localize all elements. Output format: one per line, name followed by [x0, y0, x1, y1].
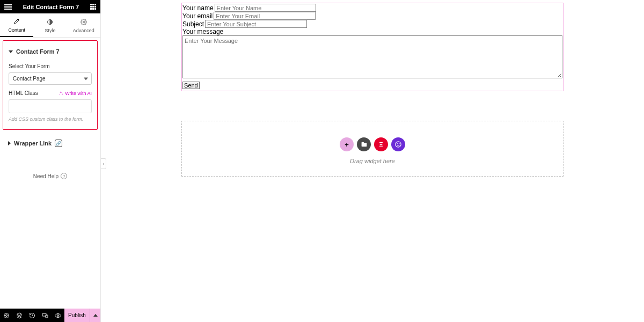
need-help-label: Need Help [33, 173, 58, 179]
preview-button[interactable] [52, 309, 64, 322]
devices-icon [42, 312, 48, 319]
cf7-widget[interactable]: Your name Your email Subject Your messag… [181, 3, 564, 91]
caret-right-icon [8, 141, 11, 145]
responsive-button[interactable] [39, 309, 52, 322]
folder-icon [361, 141, 368, 148]
need-help-link[interactable]: Need Help ? [3, 173, 98, 179]
tab-label: Advanced [73, 28, 94, 33]
message-label: Your message [182, 28, 224, 35]
gear-icon [80, 18, 87, 26]
svg-point-5 [57, 314, 59, 316]
contrast-icon [46, 18, 54, 26]
settings-button[interactable] [0, 309, 13, 322]
publish-label: Publish [68, 312, 86, 318]
email-label: Your email [182, 12, 214, 20]
chevron-up-icon [93, 314, 98, 317]
html-class-input[interactable] [9, 99, 92, 113]
svg-point-6 [396, 142, 401, 148]
publish-button[interactable]: Publish [64, 309, 90, 322]
help-icon: ? [61, 173, 67, 179]
html-class-helper: Add CSS custom class to the form. [9, 116, 92, 122]
plus-icon: + [345, 141, 349, 149]
navigator-button[interactable] [13, 309, 26, 322]
email-input[interactable] [214, 12, 316, 20]
pencil-icon [13, 18, 20, 25]
tab-style[interactable]: Style [33, 13, 67, 37]
section-toggle-cf7[interactable]: Contact Form 7 [9, 45, 92, 58]
add-widget-button[interactable]: + [340, 137, 354, 151]
svg-point-2 [6, 314, 8, 316]
message-textarea[interactable] [182, 35, 562, 78]
svg-point-1 [83, 21, 84, 23]
drop-zone[interactable]: + Ξ Drag widget here [181, 121, 564, 177]
widgets-icon[interactable] [90, 4, 96, 10]
select-form-value: Contact Page [13, 76, 46, 82]
menu-icon[interactable] [4, 4, 12, 10]
layers-icon [16, 312, 23, 319]
subject-label: Subject [182, 20, 205, 28]
sparkle-icon [58, 91, 63, 96]
drop-zone-label: Drag widget here [350, 158, 395, 164]
ai-button[interactable] [391, 137, 405, 151]
write-with-ai-link[interactable]: Write with AI [58, 91, 92, 96]
html-class-label: HTML Class [9, 90, 38, 96]
chevron-down-icon [84, 77, 88, 80]
ek-icon: Ξ [379, 141, 383, 148]
section-title: Wrapper Link [14, 140, 52, 147]
tab-advanced[interactable]: Advanced [67, 13, 100, 37]
section-toggle-wrapper[interactable]: Wrapper Link 🔗 [3, 135, 98, 151]
select-form-dropdown[interactable]: Contact Page [9, 72, 92, 85]
section-title: Contact Form 7 [16, 48, 60, 55]
elementskit-button[interactable]: Ξ [374, 137, 388, 151]
svg-point-8 [399, 143, 400, 144]
history-button[interactable] [26, 309, 39, 322]
subject-input[interactable] [205, 20, 307, 28]
history-icon [29, 312, 35, 319]
tab-content[interactable]: Content [0, 13, 33, 37]
caret-down-icon [9, 50, 13, 53]
link-icon: 🔗 [55, 140, 62, 147]
name-label: Your name [182, 4, 215, 12]
robot-icon [394, 141, 402, 148]
eye-icon [55, 312, 61, 319]
ai-link-label: Write with AI [65, 91, 92, 96]
name-input[interactable] [215, 4, 316, 12]
publish-options-button[interactable] [90, 309, 100, 322]
send-button[interactable]: Send [182, 82, 200, 89]
panel-title: Edit Contact Form 7 [12, 4, 90, 10]
template-library-button[interactable] [357, 137, 371, 151]
tab-label: Content [8, 27, 25, 33]
svg-point-7 [397, 143, 398, 144]
select-form-label: Select Your Form [9, 63, 92, 69]
tab-label: Style [45, 28, 55, 33]
gear-icon [3, 312, 10, 319]
